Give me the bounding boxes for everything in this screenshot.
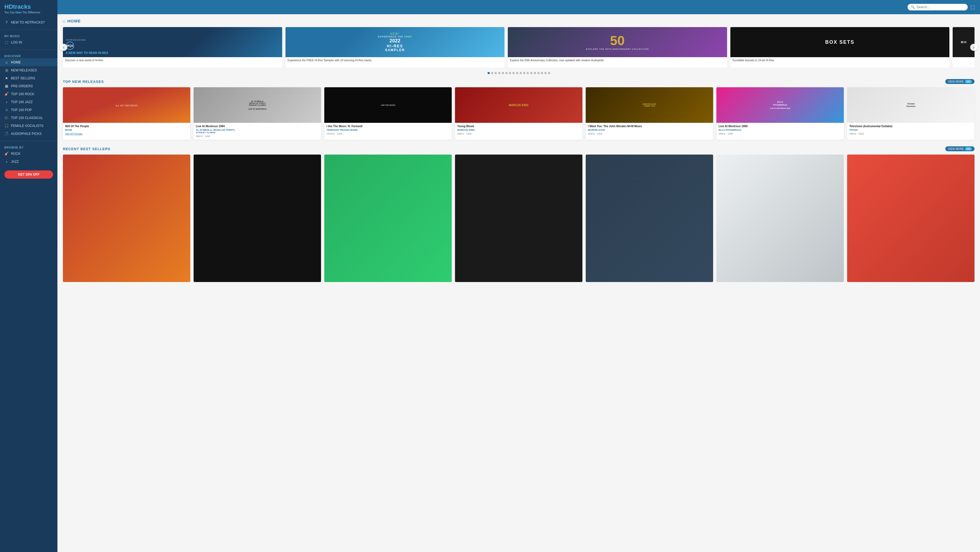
dot-13[interactable]	[530, 72, 532, 74]
search-bar[interactable]: 🔍	[908, 4, 968, 10]
search-icon: 🔍	[911, 5, 915, 9]
dot-6[interactable]	[505, 72, 508, 74]
tagline: You Can Hear The Difference	[5, 11, 53, 14]
sidebar-item-jazz[interactable]: ♪ JAZZ	[0, 158, 57, 166]
album-card-muse[interactable]: WILL OF THE PEOPLE Will Of The People MU…	[63, 87, 190, 140]
dot-18[interactable]	[548, 72, 550, 74]
get-discount-button[interactable]: GET 20% OFF	[5, 171, 53, 179]
50th-explore: EXPLORE THE 50TH ANNIVERSARY COLLECTION	[586, 48, 649, 50]
sidebar-item-top100classical[interactable]: 🎼 TOP 100 CLASSICAL	[0, 114, 57, 122]
dot-16[interactable]	[541, 72, 543, 74]
question-icon: ?	[5, 20, 9, 24]
dot-2[interactable]	[491, 72, 493, 74]
sidebar-item-best-sellers[interactable]: ★ BEST SELLERS	[0, 74, 57, 82]
muse-cover-art: WILL OF THE PEOPLE	[116, 94, 138, 116]
dot-17[interactable]	[544, 72, 547, 74]
home-section-icon: ⌂	[63, 19, 65, 23]
best-seller-5[interactable]	[586, 155, 713, 282]
sidebar-item-new-releases[interactable]: ◎ NEW RELEASES	[0, 66, 57, 74]
album-format-marcus: 48kHz · 24bit	[457, 132, 580, 135]
sidebar-item-female-vocalists[interactable]: 🎧 FEMALE VOCALISTS	[0, 122, 57, 130]
view-more-releases-button[interactable]: VIEW MORE 222	[945, 79, 975, 84]
carousel-dots	[63, 72, 975, 74]
album-format-ella: 48kHz · 24bit	[719, 132, 842, 135]
album-card-marvin-gaye[interactable]: MARVIN GAYEI WANT YOU I Want You: The Jo…	[586, 87, 713, 140]
top-new-releases-header: TOP NEW RELEASES VIEW MORE 222	[63, 79, 975, 84]
sidebar-item-top100rock[interactable]: 🎸 TOP 100 ROCK	[0, 90, 57, 98]
my-music-label: MY MUSIC	[0, 33, 57, 38]
sidebar-item-home[interactable]: ⌂ HOME	[0, 58, 57, 66]
sidebar-item-login[interactable]: ⬚ LOG IN	[0, 38, 57, 46]
svg-text:MQA: MQA	[67, 44, 73, 47]
album-card-al-di-meola[interactable]: AL DI MEOLAJEAN-LUC PONTYSTANLEY CLARKEL…	[194, 87, 321, 140]
banner-sampler[interactable]: NEW! EXPERIENCE THE FREE 2022 HI-RES SAM…	[285, 27, 505, 67]
svg-text:WILL OF THE PEOPLE: WILL OF THE PEOPLE	[116, 104, 138, 107]
best-seller-4[interactable]	[455, 155, 582, 282]
best-seller-2[interactable]	[194, 155, 321, 282]
recent-best-sellers-title: RECENT BEST SELLERS	[63, 147, 110, 151]
banner-carousel-wrapper: INTRODUCING MQA A NEW WAY TO HEAR HI-RES…	[63, 27, 975, 67]
view-more-best-sellers-button[interactable]: VIEW MORE 160	[945, 146, 975, 151]
album-artist-muse: MUSE	[65, 129, 188, 131]
banner-mqa[interactable]: INTRODUCING MQA A NEW WAY TO HEAR HI-RES…	[63, 27, 282, 67]
dot-7[interactable]	[509, 72, 511, 74]
best-seller-3[interactable]	[324, 155, 452, 282]
album-title-al: Live At Montreux 1994	[196, 124, 319, 128]
classical-icon: 🎼	[5, 116, 9, 120]
dot-9[interactable]	[516, 72, 518, 74]
divider-3	[0, 141, 57, 141]
album-artist-marvin: MARVIN GAYE	[588, 129, 711, 131]
logo-hd: HD	[5, 3, 13, 10]
login-icon: ⬚	[5, 40, 9, 44]
discover-label: DISCOVER	[0, 53, 57, 58]
album-format-toyah: 96kHz · 24bit	[849, 132, 972, 135]
divider-2	[0, 49, 57, 50]
dot-14[interactable]	[534, 72, 536, 74]
headphones-icon: 🎧	[5, 124, 9, 128]
sidebar: HDtracks You Can Hear The Difference ? N…	[0, 0, 57, 552]
album-card-marcus-king[interactable]: MARCUS KING Young Blood MARCUS KING 48kH…	[455, 87, 582, 140]
dot-4[interactable]	[498, 72, 500, 74]
doors-label: IN H	[961, 41, 966, 44]
album-card-tedeschi[interactable]: I AM THE MOON I Am The Moon: IV. Farewel…	[324, 87, 452, 140]
best-seller-6[interactable]	[716, 155, 844, 282]
album-title-marvin: I Want You: The John Morales M+M Mixes	[588, 124, 711, 128]
content-area: ⌂ HOME INTRODUCING MQA A NEW WAY TO HEAR…	[57, 14, 980, 552]
home-title: HOME	[67, 19, 81, 23]
album-card-toyah[interactable]: TOYAHTelevision Television (Instrumental…	[847, 87, 975, 140]
dot-15[interactable]	[537, 72, 539, 74]
album-card-ella-fitzgerald[interactable]: ELLAFITZGERALDLIVE AT MONTREUX 1969 Live…	[716, 87, 844, 140]
album-artist-ella: ELLA FITZGERALD	[719, 129, 842, 131]
dot-5[interactable]	[502, 72, 504, 74]
album-title-toyah: Television (Instrumental Outtake)	[849, 124, 972, 128]
banner-boxsets[interactable]: BOX SETS Incredible boxsets in 24-bit Hi…	[730, 27, 950, 67]
top-new-releases-title: TOP NEW RELEASES	[63, 80, 104, 84]
dot-8[interactable]	[512, 72, 515, 74]
sidebar-item-pre-orders[interactable]: ▦ PRE-ORDERS	[0, 82, 57, 90]
best-seller-7[interactable]	[847, 155, 975, 282]
sidebar-item-audiophile-picks[interactable]: 🎵 AUDIOPHILE PICKS	[0, 130, 57, 137]
new-releases-icon: ◎	[5, 68, 9, 72]
dot-12[interactable]	[527, 72, 529, 74]
logo[interactable]: HDtracks	[5, 3, 53, 10]
dot-3[interactable]	[495, 72, 497, 74]
banner-50th[interactable]: 50 EXPLORE THE 50TH ANNIVERSARY COLLECTI…	[508, 27, 727, 67]
dot-1[interactable]	[488, 72, 490, 74]
new-to-hdtracks[interactable]: ? NEW TO HDTRACKS?	[0, 18, 57, 26]
sidebar-item-rock[interactable]: 🎸 ROCK	[0, 150, 57, 158]
best-seller-1[interactable]	[63, 155, 190, 282]
header: 🔍 ⬚	[57, 0, 980, 14]
dot-10[interactable]	[520, 72, 522, 74]
carousel-prev-button[interactable]: ‹	[60, 44, 67, 51]
carousel-next-button[interactable]: ›	[970, 44, 977, 51]
dot-11[interactable]	[523, 72, 525, 74]
user-login-icon[interactable]: ⬚	[970, 4, 975, 10]
sidebar-item-top100pop[interactable]: ♫ TOP 100 POP	[0, 106, 57, 114]
boxsets-title: BOX SETS	[825, 39, 854, 45]
album-artist-tedeschi: TEDESCHI TRUCKS BAND	[326, 129, 450, 131]
sidebar-item-top100jazz[interactable]: ♪ TOP 100 JAZZ	[0, 98, 57, 106]
album-formats-muse[interactable]: See All Formats	[65, 132, 188, 135]
album-title-tedeschi: I Am The Moon: IV. Farewell	[326, 124, 450, 128]
search-input[interactable]	[916, 5, 964, 9]
banner-mqa-caption: Discover a new world of Hi-Res	[63, 57, 282, 67]
